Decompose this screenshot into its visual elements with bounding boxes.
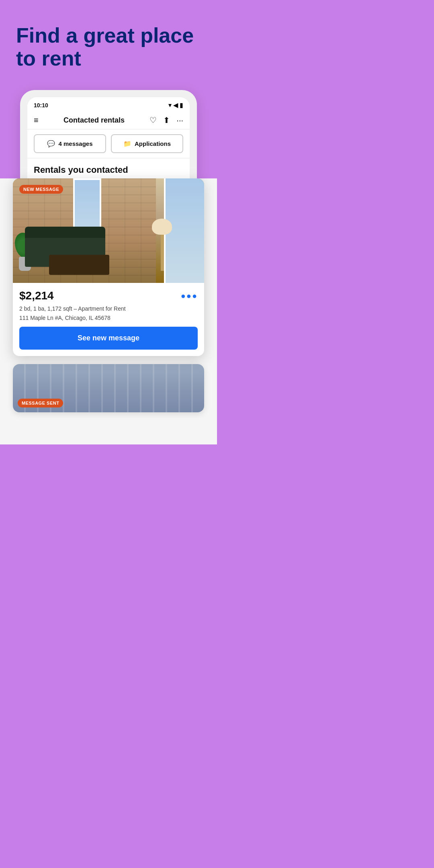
more-icon[interactable]: ··· [176, 116, 183, 125]
section-title: Rentals you contacted [27, 158, 190, 178]
lamp-shade [152, 219, 172, 235]
applications-icon: 📁 [123, 140, 131, 147]
see-new-message-button[interactable]: See new message [19, 327, 198, 350]
status-time: 10:10 [34, 102, 48, 108]
listing-more-options-icon[interactable]: ●●● [181, 291, 198, 301]
signal-icon: ◀ [173, 101, 178, 109]
listing-price-row: $2,214 ●●● [19, 289, 198, 302]
listing-info-1: $2,214 ●●● 2 bd, 1 ba, 1,172 sqft – Apar… [13, 283, 204, 356]
hero-title: Find a great place to rent [16, 24, 201, 70]
listings-area: NEW MESSAGE $2,214 ●●● 2 bd, 1 ba, 1,172… [0, 178, 217, 428]
coffee-table [49, 255, 109, 275]
app-bar-actions: ♡ ⬆ ··· [149, 115, 183, 125]
message-sent-badge: MESSAGE SENT [18, 399, 63, 407]
app-bar: ≡ Contacted rentals ♡ ⬆ ··· [27, 111, 190, 129]
listing-image-2: MESSAGE SENT [13, 364, 204, 412]
share-icon[interactable]: ⬆ [163, 115, 170, 125]
tab-applications-label: Applications [135, 140, 171, 147]
listing-image-inner [13, 178, 204, 283]
app-bar-title: Contacted rentals [43, 116, 145, 125]
listing-card-2[interactable]: MESSAGE SENT [13, 364, 204, 412]
messages-icon: 💬 [47, 140, 55, 147]
heart-icon[interactable]: ♡ [149, 115, 157, 125]
hero-section: Find a great place to rent 10:10 ▾ ◀ ▮ ≡… [0, 0, 217, 178]
listing-price: $2,214 [19, 289, 54, 302]
listing-card-1[interactable]: NEW MESSAGE $2,214 ●●● 2 bd, 1 ba, 1,172… [13, 178, 204, 356]
tab-messages[interactable]: 💬 4 messages [34, 134, 106, 153]
phone-mockup: 10:10 ▾ ◀ ▮ ≡ Contacted rentals ♡ ⬆ ··· [20, 90, 197, 178]
wifi-icon: ▾ [168, 101, 172, 109]
listing-address: 111 Maple Ln #A, Chicago, IL 45678 [19, 315, 198, 321]
tab-applications[interactable]: 📁 Applications [111, 134, 183, 153]
status-icons: ▾ ◀ ▮ [168, 101, 183, 109]
phone-screen: 10:10 ▾ ◀ ▮ ≡ Contacted rentals ♡ ⬆ ··· [27, 97, 190, 178]
new-message-badge: NEW MESSAGE [19, 185, 63, 194]
menu-icon[interactable]: ≡ [34, 116, 39, 125]
main-content: NEW MESSAGE $2,214 ●●● 2 bd, 1 ba, 1,172… [0, 178, 217, 444]
listing-image-1: NEW MESSAGE [13, 178, 204, 283]
status-bar: 10:10 ▾ ◀ ▮ [27, 97, 190, 111]
tab-bar: 💬 4 messages 📁 Applications [27, 129, 190, 158]
listing-details: 2 bd, 1 ba, 1,172 sqft – Apartment for R… [19, 305, 198, 313]
battery-icon: ▮ [180, 101, 183, 109]
tab-messages-label: 4 messages [58, 140, 92, 147]
